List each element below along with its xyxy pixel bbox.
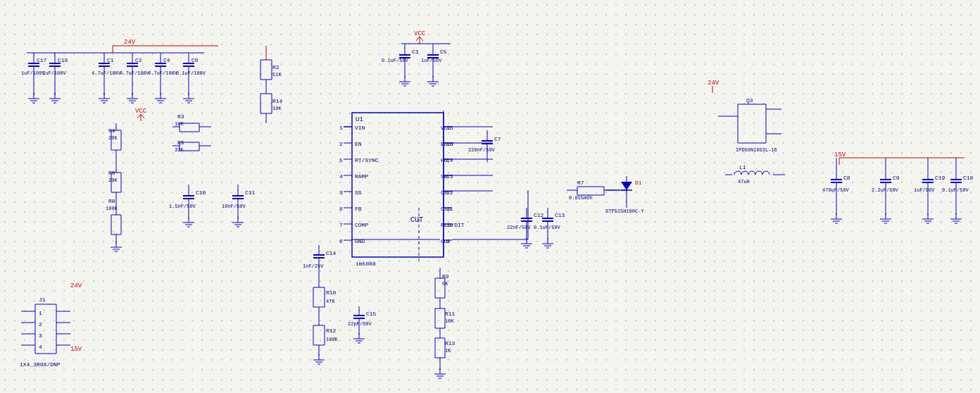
cut-label: CUT xyxy=(410,216,423,224)
schematic-canvas xyxy=(0,0,980,393)
